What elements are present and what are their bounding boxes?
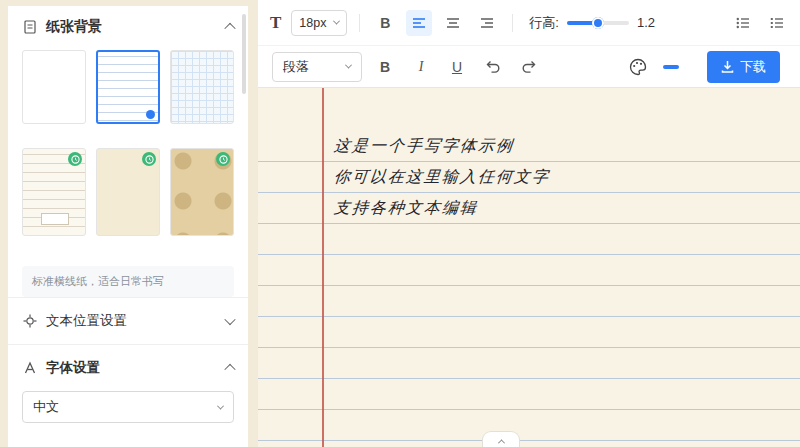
current-color-indicator[interactable] [663, 65, 679, 69]
italic-button[interactable]: I [408, 54, 434, 80]
text-color-button[interactable] [625, 54, 651, 80]
divider [512, 14, 513, 32]
premium-badge-icon [142, 152, 156, 166]
sidebar: 纸张背景 标准横线纸，适合日常书写 文本位置设置 [8, 6, 248, 447]
text-position-section-header[interactable]: 文本位置设置 [8, 297, 248, 344]
paper-thumbnail-grid-paper[interactable] [170, 50, 234, 124]
palette-icon [629, 58, 647, 76]
align-left-icon [412, 17, 426, 29]
paper-thumbnail-lined-cream[interactable] [22, 148, 86, 236]
paragraph-style-value: 段落 [283, 58, 309, 76]
chevron-up-icon [497, 439, 504, 446]
collapse-toolbar-button[interactable] [482, 431, 520, 447]
paper-thumbnail-lined-selected[interactable] [96, 50, 160, 124]
download-button[interactable]: 下载 [707, 51, 780, 83]
divider [359, 14, 360, 32]
margin-line [322, 88, 324, 447]
align-left-button[interactable] [406, 10, 432, 36]
align-right-icon [480, 17, 494, 29]
premium-badge-icon [216, 152, 230, 166]
download-icon [721, 60, 734, 73]
handwriting-line: 支持各种文本编辑 [332, 192, 781, 223]
language-select-value: 中文 [33, 398, 59, 416]
ordered-list-icon [770, 17, 784, 29]
text-style-icon[interactable]: T [268, 13, 283, 33]
align-right-button[interactable] [474, 10, 500, 36]
chevron-down-icon [224, 314, 235, 325]
paper-thumbnail-vintage[interactable] [170, 148, 234, 236]
paper-background-section-header[interactable]: 纸张背景 [8, 6, 248, 44]
bold-button[interactable]: B [372, 10, 398, 36]
chevron-up-icon [224, 364, 235, 375]
chevron-down-icon [217, 402, 224, 409]
font-settings-section-header[interactable]: 字体设置 [8, 344, 248, 391]
paper-thumbnail-grid [8, 44, 248, 236]
handwriting-line: 这是一个手写字体示例 [332, 130, 781, 161]
undo-icon [485, 60, 501, 73]
chevron-down-icon [345, 62, 352, 69]
slider-knob[interactable] [592, 17, 604, 29]
line-height-value: 1.2 [637, 15, 655, 30]
handwriting-line: 你可以在这里输入任何文字 [332, 161, 781, 192]
paragraph-toolbar: 段落 B I U 下载 [258, 46, 800, 88]
handwriting-text[interactable]: 这是一个手写字体示例 你可以在这里输入任何文字 支持各种文本编辑 [334, 130, 780, 223]
redo-icon [521, 60, 537, 73]
ordered-list-button[interactable] [764, 10, 790, 36]
underline-button[interactable]: U [444, 54, 470, 80]
sidebar-scrollbar[interactable] [242, 14, 246, 94]
paper-background-title: 纸张背景 [46, 18, 218, 36]
chevron-down-icon [333, 18, 340, 25]
redo-button[interactable] [516, 54, 542, 80]
language-select[interactable]: 中文 [22, 391, 234, 423]
paper-description: 标准横线纸，适合日常书写 [22, 266, 234, 297]
align-center-icon [446, 17, 460, 29]
undo-button[interactable] [480, 54, 506, 80]
line-height-slider[interactable] [567, 16, 629, 30]
chevron-up-icon [224, 23, 235, 34]
font-settings-label: 字体设置 [46, 359, 218, 377]
selected-dot [146, 110, 155, 119]
text-position-label: 文本位置设置 [46, 312, 218, 330]
paper-thumbnail-blank[interactable] [22, 50, 86, 124]
line-height-label: 行高: [529, 14, 559, 32]
download-label: 下载 [740, 58, 766, 76]
position-icon [22, 313, 38, 329]
align-center-button[interactable] [440, 10, 466, 36]
paper-icon [22, 19, 38, 35]
font-icon [22, 360, 38, 376]
premium-badge-icon [68, 152, 82, 166]
paper-thumbnail-cream[interactable] [96, 148, 160, 236]
font-size-value: 18px [299, 16, 326, 30]
paragraph-style-select[interactable]: 段落 [272, 52, 362, 82]
bullet-list-button[interactable] [730, 10, 756, 36]
bold-button[interactable]: B [372, 54, 398, 80]
format-toolbar: T 18px B 行高: 1.2 [258, 0, 800, 46]
font-size-select[interactable]: 18px [291, 10, 347, 36]
bullet-list-icon [736, 17, 750, 29]
paper-canvas[interactable]: 这是一个手写字体示例 你可以在这里输入任何文字 支持各种文本编辑 [258, 88, 800, 447]
